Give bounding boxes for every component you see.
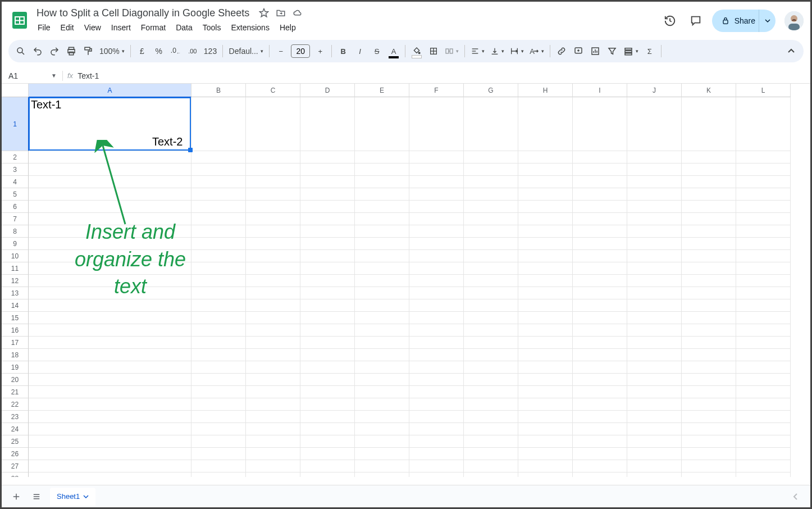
grid-cell[interactable] (355, 386, 409, 398)
grid-cell[interactable] (627, 262, 682, 275)
grid-cell[interactable] (573, 324, 627, 337)
grid-cell[interactable] (573, 213, 627, 225)
grid-cell[interactable] (573, 374, 627, 386)
grid-cell[interactable] (246, 398, 300, 411)
grid-cell[interactable] (409, 176, 464, 188)
grid-cell[interactable] (573, 361, 627, 374)
cloud-status-icon[interactable] (292, 7, 303, 19)
grid-cell[interactable] (736, 262, 791, 275)
grid-cell[interactable] (246, 287, 300, 299)
grid-cell[interactable] (573, 386, 627, 398)
grid-cell[interactable] (300, 349, 355, 361)
grid-cell[interactable] (573, 472, 627, 477)
grid-cell[interactable] (29, 386, 191, 398)
print-icon[interactable] (63, 43, 79, 60)
grid-cell[interactable] (300, 213, 355, 225)
grid-cell[interactable] (355, 275, 409, 287)
grid-cell[interactable] (464, 262, 518, 275)
grid-cell[interactable] (29, 176, 191, 188)
grid-cell[interactable] (191, 188, 246, 201)
grid-cell[interactable] (191, 97, 246, 151)
grid-cell[interactable] (736, 151, 791, 163)
grid-cell[interactable] (300, 151, 355, 163)
grid-cell[interactable] (246, 411, 300, 423)
row-header[interactable]: 15 (2, 312, 29, 324)
grid-cell[interactable] (409, 374, 464, 386)
grid-cell[interactable] (736, 275, 791, 287)
grid-cell[interactable] (518, 201, 573, 213)
grid-cell[interactable] (29, 423, 191, 435)
merge-cells-icon[interactable] (443, 43, 461, 60)
grid-cell[interactable] (682, 386, 736, 398)
grid-cell[interactable] (518, 435, 573, 448)
menu-help[interactable]: Help (275, 21, 300, 34)
grid-cell[interactable] (191, 472, 246, 477)
grid-cell[interactable] (518, 312, 573, 324)
grid-cell[interactable] (29, 460, 191, 472)
grid-cell[interactable] (518, 97, 573, 151)
grid-cell[interactable] (409, 460, 464, 472)
column-header[interactable]: I (573, 84, 627, 97)
grid-cell[interactable] (29, 398, 191, 411)
row-header[interactable]: 20 (2, 374, 29, 386)
grid-cell[interactable] (191, 287, 246, 299)
star-icon[interactable] (258, 7, 270, 19)
grid-cell[interactable] (627, 275, 682, 287)
grid-cell[interactable] (29, 374, 191, 386)
grid-cell[interactable] (355, 312, 409, 324)
grid-cell[interactable] (627, 238, 682, 250)
grid-cell[interactable] (682, 201, 736, 213)
grid-cell[interactable] (682, 324, 736, 337)
grid-cell[interactable] (627, 337, 682, 349)
font-size-decrease[interactable]: − (273, 43, 289, 60)
grid-cell[interactable] (409, 349, 464, 361)
grid-cell[interactable] (355, 151, 409, 163)
grid-cell[interactable] (736, 287, 791, 299)
grid-cell[interactable] (29, 262, 191, 275)
grid-cell[interactable] (29, 238, 191, 250)
column-header[interactable]: F (409, 84, 464, 97)
grid-cell[interactable] (246, 275, 300, 287)
grid-cell[interactable] (300, 225, 355, 238)
functions-icon[interactable]: Σ (642, 43, 658, 60)
grid-cell[interactable] (300, 238, 355, 250)
grid-cell[interactable] (682, 448, 736, 460)
increase-decimal-icon[interactable]: .00 (185, 43, 200, 60)
strikethrough-icon[interactable]: S (369, 43, 385, 60)
grid-cell[interactable] (627, 411, 682, 423)
grid-cell[interactable] (682, 213, 736, 225)
grid-cell[interactable] (627, 312, 682, 324)
row-header[interactable]: 24 (2, 423, 29, 435)
grid-cell[interactable] (246, 225, 300, 238)
row-header[interactable]: 26 (2, 448, 29, 460)
grid-cell[interactable] (355, 324, 409, 337)
column-header[interactable]: D (300, 84, 355, 97)
grid-cell[interactable] (464, 448, 518, 460)
grid-cell[interactable] (300, 411, 355, 423)
grid-cell[interactable] (29, 201, 191, 213)
grid-cell[interactable] (191, 460, 246, 472)
sheet-tab-menu-icon[interactable] (83, 494, 89, 499)
grid-cell[interactable] (300, 201, 355, 213)
redo-icon[interactable] (47, 43, 62, 60)
grid-cell[interactable] (191, 386, 246, 398)
grid-cell[interactable] (464, 386, 518, 398)
grid-cell[interactable] (246, 312, 300, 324)
grid-cell[interactable] (355, 238, 409, 250)
grid-cell[interactable] (736, 374, 791, 386)
grid-cell[interactable] (246, 97, 300, 151)
grid-cell[interactable] (191, 423, 246, 435)
grid-cell[interactable] (682, 349, 736, 361)
grid-cell[interactable] (736, 163, 791, 176)
row-header[interactable]: 9 (2, 238, 29, 250)
grid-cell[interactable] (627, 349, 682, 361)
grid-cell[interactable] (464, 337, 518, 349)
grid-cell[interactable] (682, 287, 736, 299)
grid-cell[interactable] (355, 411, 409, 423)
grid-cell[interactable] (736, 201, 791, 213)
filter-icon[interactable] (604, 43, 620, 60)
grid-cell[interactable] (29, 448, 191, 460)
grid-cell[interactable] (682, 262, 736, 275)
grid-cell[interactable] (409, 299, 464, 312)
grid-cell[interactable] (573, 238, 627, 250)
